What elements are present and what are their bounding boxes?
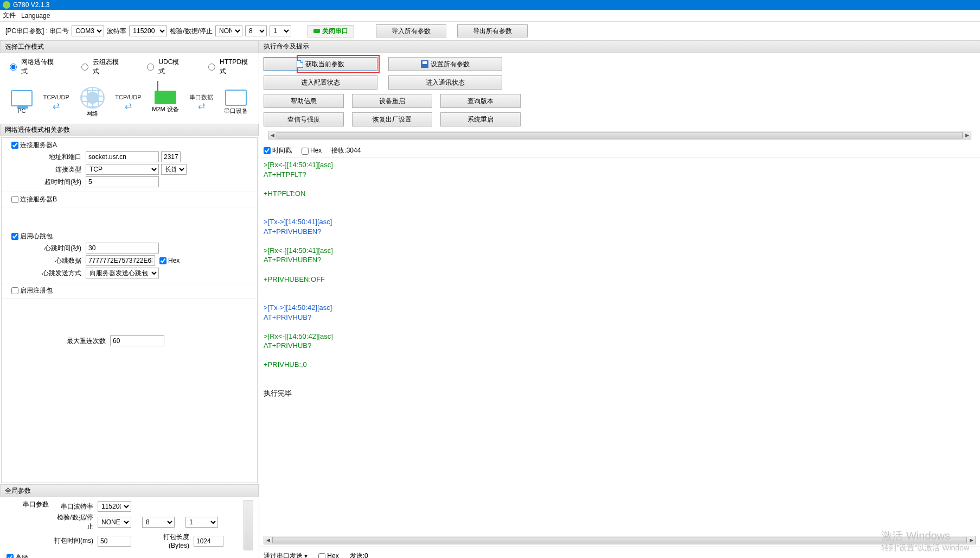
console-line: >[Tx->][14:50:42][asc] [264,303,976,313]
send-count: 0 [364,552,368,558]
menu-language[interactable]: Language [21,12,50,20]
baud-select[interactable]: 115200 [129,26,167,36]
console-line: >[Rx<-][14:50:42][asc] [264,332,976,341]
radio-udc[interactable]: UDC模式 [147,58,181,76]
global-params-section: 全局参数 串口参数 串口波特率 115200 检验/数据/停止 NONE 8 1… [0,484,259,558]
hb-hex-checkbox[interactable]: Hex [159,257,180,264]
net-params-section: 连接服务器A 地址和端口 连接类型 TCP 长连接 超时时间(秒) 连接服务器B [1,137,258,483]
enter-config-button[interactable]: 进入配置状态 [264,75,377,90]
console-line [264,379,976,389]
hex-checkbox[interactable]: Hex [302,147,322,154]
m2m-icon [155,91,176,104]
max-reconnect-input[interactable] [110,335,164,346]
console-line: >[Tx->][14:50:41][asc] [264,217,976,227]
scroll-right-icon[interactable]: ▶ [968,536,975,544]
scroll-thumb[interactable] [277,132,963,138]
pack-len-input[interactable] [194,536,223,547]
scroll-left-icon[interactable]: ◀ [264,536,272,544]
send-hex-checkbox[interactable]: Hex [318,552,338,558]
work-mode-title: 选择工作模式 [0,41,259,53]
console-line [264,370,976,379]
enter-comm-button[interactable]: 进入通讯状态 [388,75,502,90]
g-databits-select[interactable]: 8 [142,517,175,528]
g-stopbits-select[interactable]: 1 [185,517,218,528]
scroll-left-icon[interactable]: ◀ [268,131,276,139]
command-buttons: 获取当前参数 设置所有参数 进入配置状态 进入通讯状态 帮助信息 设备重启 查询… [259,53,980,144]
radio-net-transparent[interactable]: 网络透传模式 [10,58,54,76]
set-params-button[interactable]: 设置所有参数 [388,57,502,71]
net-params-title: 网络透传模式相关参数 [0,124,259,136]
hb-data-input[interactable] [86,255,155,266]
right-panel: 执行命令及提示 获取当前参数 设置所有参数 进入配置状态 进入通讯状态 帮助信息 [259,41,980,558]
console-line: +PRIVHUBEN:OFF [264,275,976,284]
close-port-button[interactable]: 关闭串口 [308,25,354,37]
import-params-button[interactable]: 导入所有参数 [376,24,446,37]
port-input[interactable] [161,151,181,162]
signal-button[interactable]: 查信号强度 [264,112,344,126]
export-params-button[interactable]: 导出所有参数 [457,24,528,37]
console-line [264,236,976,246]
factory-reset-button[interactable]: 恢复出厂设置 [352,112,432,126]
get-params-button[interactable]: 获取当前参数 [264,57,377,71]
heartbeat-checkbox[interactable]: 启用心跳包 [7,232,53,240]
work-mode-radios: 网络透传模式 云组态模式 UDC模式 HTTPD模式 [0,53,259,80]
dev-reboot-button[interactable]: 设备重启 [352,94,432,108]
console-line [264,265,976,275]
radio-httpd[interactable]: HTTPD模式 [208,58,249,76]
recv-count: 3044 [347,147,361,154]
globe-icon [80,87,105,109]
scrollbar-vertical[interactable] [244,500,253,550]
port-status-icon [313,29,320,33]
scroll-thumb[interactable] [272,537,967,543]
query-version-button[interactable]: 查询版本 [440,94,521,108]
cmd-panel-title: 执行命令及提示 [259,41,980,53]
long-conn-select[interactable]: 长连接 [161,164,187,175]
reg-packet-checkbox[interactable]: 启用注册包 [7,287,53,294]
global-params-title: 全局参数 [0,485,259,497]
databits-select[interactable]: 8 [245,26,267,36]
serial-device-icon [225,90,247,106]
arrows-icon: 串口数据⇄ [189,94,213,110]
hb-send-select[interactable]: 向服务器发送心跳包 [86,268,159,278]
console-line: AT+HTPFLT? [264,170,976,180]
com-port-select[interactable]: COM3 [72,26,104,36]
send-via-serial-dropdown[interactable]: 通过串口发送 ▾ [264,551,308,558]
server-a-checkbox[interactable]: 连接服务器A [7,141,57,149]
sys-reboot-button[interactable]: 系统重启 [440,112,521,126]
horizontal-scrollbar[interactable]: ◀ ▶ [268,131,971,140]
radio-cloud[interactable]: 云组态模式 [81,58,120,76]
menu-file[interactable]: 文件 [3,11,16,20]
timestamp-checkbox[interactable]: 时间戳 [264,146,292,155]
console-output[interactable]: >[Rx<-][14:50:41][asc]AT+HTPFLT? +HTPFLT… [259,158,980,536]
parity-select[interactable]: NONE [215,26,242,36]
console-line [264,294,976,303]
timeout-input[interactable] [86,176,159,187]
window-title: G780 V2.1.3 [13,1,49,9]
topology-diagram: PC TCP/UDP⇄ 网络 TCP/UDP⇄ M2M 设备 串口数据⇄ 串口设… [0,80,259,124]
console-line: >[Rx<-][14:50:41][asc] [264,246,976,256]
menu-bar: 文件 Language [0,10,980,22]
hb-time-input[interactable] [86,243,159,253]
console-line [264,322,976,332]
help-button[interactable]: 帮助信息 [264,94,344,108]
console-line: AT+PRIVHUBEN? [264,227,976,237]
advanced-checkbox[interactable]: 高级 [0,554,28,558]
g-baud-select[interactable]: 115200 [98,501,131,512]
check-label: 检验/数据/停止 [170,27,213,36]
arrows-icon: TCP/UDP⇄ [43,94,69,110]
pc-icon [11,90,33,106]
server-b-checkbox[interactable]: 连接服务器B [7,195,57,203]
stopbits-select[interactable]: 1 [270,26,291,36]
console-line: AT+PRIVHUB? [264,313,976,322]
title-bar: G780 V2.1.3 [0,0,980,10]
g-parity-select[interactable]: NONE [98,517,131,528]
serial-toolbar: [PC串口参数] : 串口号 COM3 波特率 115200 检验/数据/停止 … [0,22,980,41]
pack-time-input[interactable] [98,536,131,547]
conn-type-select[interactable]: TCP [86,164,159,175]
console-status-row: 时间戳 Hex 接收:3044 [259,144,980,158]
console-horizontal-scrollbar[interactable]: ◀ ▶ [264,536,976,544]
left-panel: 选择工作模式 网络透传模式 云组态模式 UDC模式 HTTPD模式 PC TCP… [0,41,259,558]
addr-input[interactable] [86,151,159,162]
console-line: +HTPFLT:ON [264,189,976,199]
scroll-right-icon[interactable]: ▶ [963,131,971,139]
